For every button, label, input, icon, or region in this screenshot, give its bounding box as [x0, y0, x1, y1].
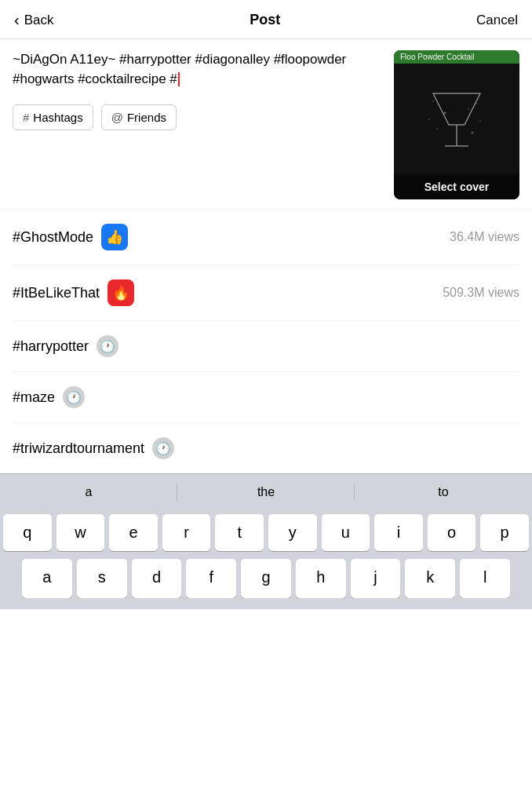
- key-t[interactable]: t: [215, 514, 264, 551]
- key-g[interactable]: g: [241, 559, 291, 598]
- hashtag-item[interactable]: #GhostMode 👍 36.4M views: [13, 210, 519, 265]
- key-e[interactable]: e: [109, 514, 158, 551]
- hashtag-left: #GhostMode 👍: [13, 224, 128, 250]
- cover-label: Floo Powder Cocktail: [394, 50, 519, 64]
- key-r[interactable]: r: [162, 514, 211, 551]
- hashtag-views: 36.4M views: [450, 230, 519, 244]
- clock-icon: 🕐: [97, 335, 118, 357]
- svg-point-8: [432, 100, 434, 102]
- cocktail-glass-icon: [425, 82, 488, 160]
- predictive-word-a[interactable]: a: [0, 476, 177, 509]
- key-q[interactable]: q: [3, 514, 52, 551]
- hash-icon: #: [23, 111, 29, 124]
- friends-button[interactable]: @ Friends: [101, 104, 177, 130]
- keyboard-row-2: a s d f g h j k l: [3, 559, 529, 598]
- predictive-word-the[interactable]: the: [177, 476, 355, 509]
- thumbsup-icon: 👍: [101, 224, 128, 250]
- key-s[interactable]: s: [77, 559, 127, 598]
- clock-icon: 🕐: [152, 437, 174, 459]
- key-j[interactable]: j: [351, 559, 401, 598]
- back-button[interactable]: ‹ Back: [14, 11, 53, 29]
- hashtag-left: #harrypotter 🕐: [13, 335, 118, 357]
- key-f[interactable]: f: [186, 559, 236, 598]
- key-p[interactable]: p: [480, 514, 529, 551]
- chevron-left-icon: ‹: [14, 11, 20, 29]
- key-y[interactable]: y: [268, 514, 317, 551]
- hashtag-left: #triwizardtournament 🕐: [13, 437, 174, 459]
- hashtag-name: #maze: [13, 389, 55, 406]
- svg-point-5: [468, 108, 469, 110]
- hashtag-item[interactable]: #harrypotter 🕐: [13, 321, 519, 372]
- clock-icon: 🕐: [63, 386, 85, 408]
- header: ‹ Back Post Cancel: [0, 0, 532, 39]
- compose-buttons: # Hashtags @ Friends: [13, 104, 384, 130]
- key-d[interactable]: d: [132, 559, 182, 598]
- key-u[interactable]: u: [322, 514, 370, 551]
- cover-image-container[interactable]: Floo Powder Cocktail: [394, 50, 519, 199]
- keyboard: q w e r t y u i o p a s d f g h j k l: [0, 509, 532, 609]
- predictive-word-to[interactable]: to: [355, 476, 532, 509]
- hashtag-item[interactable]: #maze 🕐: [13, 372, 519, 423]
- svg-point-6: [436, 128, 438, 130]
- hashtag-name: #triwizardtournament: [13, 440, 144, 457]
- compose-text[interactable]: ~DiAgOn A11ey~ #harrypotter #diagonalley…: [13, 50, 384, 89]
- keyboard-predictive-bar: a the to: [0, 473, 532, 509]
- key-a[interactable]: a: [22, 559, 72, 598]
- text-cursor: [178, 72, 180, 86]
- svg-point-11: [479, 120, 481, 122]
- svg-point-4: [444, 112, 446, 115]
- key-w[interactable]: w: [56, 514, 105, 551]
- flame-icon: 🔥: [107, 279, 134, 306]
- cancel-button[interactable]: Cancel: [476, 13, 518, 28]
- hashtag-list: #GhostMode 👍 36.4M views #ItBeLikeThat 🔥…: [0, 210, 532, 473]
- select-cover-label[interactable]: Select cover: [394, 174, 519, 199]
- key-o[interactable]: o: [428, 514, 476, 551]
- key-h[interactable]: h: [296, 559, 346, 598]
- hashtag-name: #ItBeLikeThat: [13, 285, 100, 301]
- key-i[interactable]: i: [374, 514, 423, 551]
- compose-area: ~DiAgOn A11ey~ #harrypotter #diagonalley…: [0, 39, 532, 210]
- hashtag-left: #maze 🕐: [13, 386, 85, 408]
- back-label: Back: [24, 13, 54, 28]
- key-l[interactable]: l: [460, 559, 510, 598]
- hashtag-name: #harrypotter: [13, 338, 89, 355]
- compose-text-section[interactable]: ~DiAgOn A11ey~ #harrypotter #diagonalley…: [13, 50, 384, 199]
- hashtag-item[interactable]: #triwizardtournament 🕐: [13, 423, 519, 473]
- svg-point-7: [472, 132, 474, 134]
- page-title: Post: [250, 12, 280, 28]
- key-k[interactable]: k: [405, 559, 455, 598]
- svg-point-10: [428, 119, 430, 120]
- hashtag-item[interactable]: #ItBeLikeThat 🔥 509.3M views: [13, 265, 519, 321]
- at-icon: @: [111, 111, 123, 124]
- hashtags-button[interactable]: # Hashtags: [13, 104, 93, 130]
- hashtag-left: #ItBeLikeThat 🔥: [13, 279, 134, 306]
- svg-point-9: [476, 103, 477, 104]
- hashtag-name: #GhostMode: [13, 229, 93, 246]
- hashtag-views: 509.3M views: [443, 286, 519, 300]
- keyboard-row-1: q w e r t y u i o p: [3, 514, 529, 551]
